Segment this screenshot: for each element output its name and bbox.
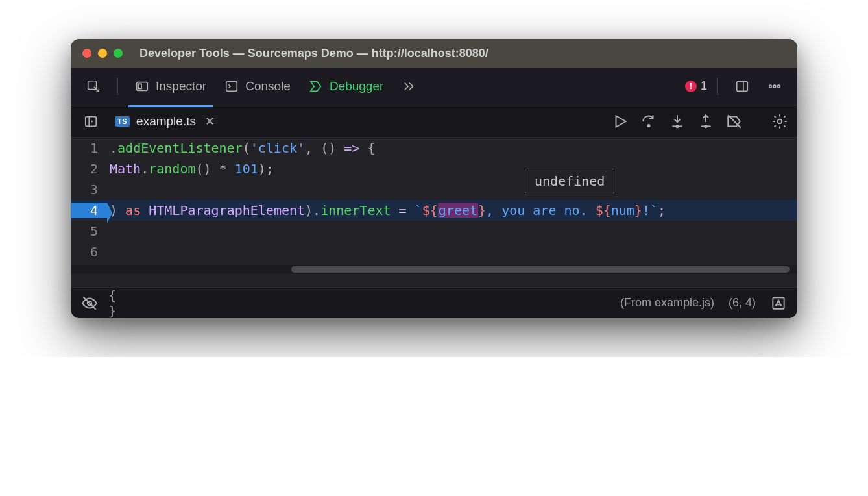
code-line[interactable]: 6 <box>71 242 797 262</box>
svg-rect-3 <box>226 81 237 91</box>
code-line[interactable]: 3 <box>71 179 797 200</box>
devtools-toolbar: Inspector Console Debugger ! 1 <box>71 68 797 105</box>
code-line[interactable]: 5 <box>71 221 797 242</box>
window-titlebar: Developer Tools — Sourcemaps Demo — http… <box>71 39 797 68</box>
code-line[interactable]: 2 Math.random() * 101); <box>71 158 797 179</box>
tab-label: Debugger <box>330 79 383 93</box>
close-tab-button[interactable]: ✕ <box>205 114 215 129</box>
line-number[interactable]: 5 <box>71 223 107 239</box>
inspector-icon <box>135 79 149 93</box>
error-count-badge[interactable]: ! 1 <box>685 79 707 93</box>
code-line[interactable]: 1 .addEventListener('click', () => { <box>71 138 797 158</box>
deactivate-breakpoints-button[interactable] <box>726 113 743 130</box>
line-number[interactable]: 6 <box>71 244 107 260</box>
debugger-settings-button[interactable] <box>771 113 788 130</box>
minimize-window-button[interactable] <box>98 49 107 58</box>
ts-badge-icon: TS <box>115 116 130 127</box>
code-content: .addEventListener('click', () => { <box>107 140 375 156</box>
resume-button[interactable] <box>612 113 629 130</box>
step-out-button[interactable] <box>697 113 714 130</box>
close-window-button[interactable] <box>82 49 91 58</box>
svg-point-8 <box>778 85 780 88</box>
more-options-button[interactable] <box>761 75 788 97</box>
pretty-print-button[interactable]: { } <box>108 295 125 312</box>
separator <box>117 77 118 95</box>
svg-rect-9 <box>86 116 97 126</box>
source-origin: (From example.js) <box>620 296 714 310</box>
code-line-breakpoint[interactable]: 4 ) as HTMLParagraphElement).innerText =… <box>71 200 797 221</box>
pointer-icon <box>86 79 101 93</box>
console-icon <box>224 79 239 93</box>
svg-rect-4 <box>737 81 748 91</box>
source-file-tab[interactable]: TS example.ts ✕ <box>108 110 221 132</box>
svg-point-6 <box>769 85 772 88</box>
source-editor[interactable]: undefined 1 .addEventListener('click', (… <box>71 138 797 287</box>
scrollbar-thumb[interactable] <box>291 266 790 273</box>
dock-side-button[interactable] <box>729 75 756 97</box>
svg-rect-2 <box>139 84 142 88</box>
error-count: 1 <box>701 79 707 93</box>
pick-element-button[interactable] <box>80 75 107 97</box>
error-icon: ! <box>685 81 697 92</box>
horizontal-scrollbar[interactable] <box>71 265 797 274</box>
svg-point-17 <box>778 119 782 123</box>
debugger-icon <box>309 79 323 93</box>
step-over-button[interactable] <box>640 113 657 130</box>
toggle-sources-panel[interactable] <box>77 110 104 132</box>
separator <box>717 77 718 95</box>
code-content: ) as HTMLParagraphElement).innerText = `… <box>107 203 666 218</box>
code-content: Math.random() * 101); <box>107 161 274 177</box>
sourcemap-toggle-button[interactable] <box>770 295 787 312</box>
cursor-position: (6, 4) <box>729 296 756 310</box>
tab-debugger[interactable]: Debugger <box>302 75 390 97</box>
blackbox-toggle-button[interactable] <box>81 295 98 312</box>
debugger-controls <box>612 113 791 130</box>
line-number[interactable]: 2 <box>71 161 107 177</box>
zoom-window-button[interactable] <box>114 49 123 58</box>
debugger-subbar: TS example.ts ✕ <box>71 105 797 138</box>
dock-icon <box>735 79 749 93</box>
panel-toggle-icon <box>84 114 98 129</box>
tab-label: Console <box>245 79 291 93</box>
tabs-overflow-button[interactable] <box>395 75 422 97</box>
tab-label: Inspector <box>156 79 206 93</box>
meatballs-icon <box>767 79 782 93</box>
tab-console[interactable]: Console <box>218 75 297 97</box>
traffic-lights <box>82 49 123 58</box>
step-in-button[interactable] <box>669 113 686 130</box>
line-number[interactable]: 3 <box>71 182 107 197</box>
status-bar: { } (From example.js) (6, 4) <box>71 287 797 318</box>
window-title: Developer Tools — Sourcemaps Demo — http… <box>139 47 488 60</box>
devtools-window: Developer Tools — Sourcemaps Demo — http… <box>71 39 797 318</box>
line-number[interactable]: 1 <box>71 140 107 156</box>
chevron-double-right-icon <box>402 79 416 93</box>
svg-point-7 <box>773 85 776 88</box>
file-name: example.ts <box>136 114 196 129</box>
svg-point-11 <box>647 124 649 126</box>
tab-inspector[interactable]: Inspector <box>128 75 213 97</box>
line-number-breakpoint[interactable]: 4 <box>71 203 107 218</box>
